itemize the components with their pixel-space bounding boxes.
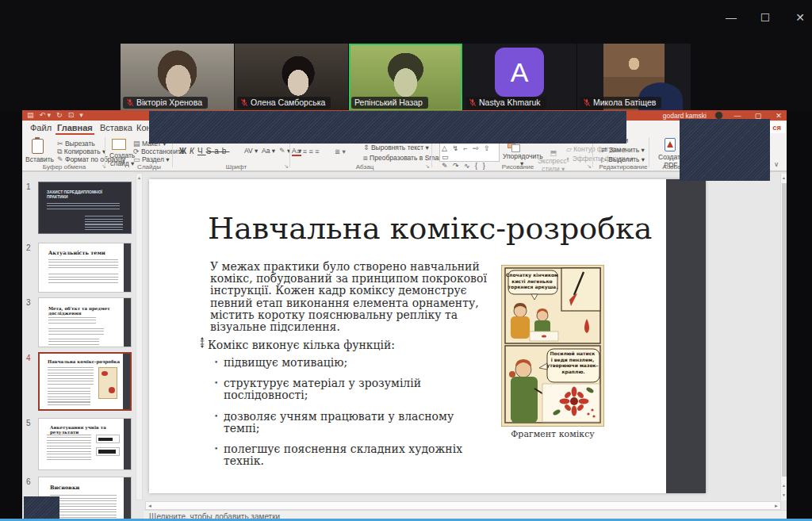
character-spacing-button[interactable]: AV ▾ bbox=[244, 147, 258, 155]
participant-tile[interactable]: Вікторія Хренова bbox=[121, 44, 234, 111]
layout-icon: ▤ bbox=[133, 140, 140, 147]
participant-tile[interactable]: Олена Самборська bbox=[235, 44, 348, 111]
group-label-slides: Слайды bbox=[125, 163, 173, 170]
font-dialog-launcher[interactable]: ↘ bbox=[284, 163, 289, 170]
slide-thumbnail-3[interactable]: Мета, об'єкт та предмет дослідження bbox=[38, 297, 132, 347]
shapes-gallery[interactable]: △ ↯ ⌐ ⇨ ⇧ ▭✎ ↷ ∿ { } ☆ bbox=[439, 143, 500, 162]
drawing-dialog-launcher[interactable]: ↘ bbox=[587, 163, 592, 170]
undo-icon[interactable]: ↶ ▾ bbox=[40, 110, 52, 121]
smartart-icon: ⧈ bbox=[363, 154, 368, 162]
strikethrough-button: S bbox=[206, 147, 215, 155]
participant-tile[interactable]: A Nastya Khmaruk bbox=[463, 44, 576, 111]
zoom-close-button[interactable]: ✕ bbox=[789, 8, 811, 27]
group-label-font: Шрифт bbox=[213, 163, 260, 170]
scroll-right-arrow[interactable]: ► bbox=[774, 503, 779, 510]
reset-icon: ⟳ bbox=[133, 147, 140, 155]
slide-thumbnail-2[interactable]: Актуальність теми bbox=[38, 243, 132, 293]
scissors-icon: ✂ bbox=[57, 140, 63, 147]
zoom-maximize-button[interactable]: ☐ bbox=[754, 8, 776, 27]
powerpoint-window: ▤ ↶ ▾ ↻ ⊡ ▾ godard kamski — ▢ ✕ Файл Гла… bbox=[22, 110, 787, 521]
participant-tile[interactable]: Микола Батіщев bbox=[577, 44, 691, 111]
participant-name-tag: Nastya Khmaruk bbox=[465, 97, 546, 109]
slide-number: 1 bbox=[26, 182, 31, 191]
create-pdf-icon[interactable] bbox=[665, 138, 676, 151]
collapse-ribbon-chevron[interactable]: ∨ bbox=[774, 160, 779, 168]
change-case-button[interactable]: Aa ▾ bbox=[262, 147, 275, 155]
muted-mic-icon bbox=[126, 98, 134, 107]
paste-icon[interactable] bbox=[32, 139, 44, 154]
select-icon: ▷ bbox=[601, 155, 607, 163]
zoom-minimize-button[interactable]: — bbox=[720, 8, 742, 27]
section-button[interactable]: ▭ Раздел ▾ bbox=[133, 155, 170, 163]
thumbnail-chart-image bbox=[96, 447, 120, 456]
participant-tile-active-speaker[interactable]: Репінський Назар bbox=[349, 44, 462, 111]
ppt-restore-button[interactable]: ▢ bbox=[752, 112, 764, 120]
bullet-item: підвищує мотивацію; bbox=[214, 357, 490, 369]
horizontal-scrollbar[interactable]: ◄ ► bbox=[145, 501, 781, 510]
zoom-meeting-window: — ☐ ✕ Вікторія Хренова Олена Самборська … bbox=[0, 0, 812, 521]
alignment-buttons[interactable]: ≡ ≡ ≡ ≡ bbox=[297, 147, 320, 155]
slide-thumbnail-4-selected[interactable]: Навчальна комікс-розробка bbox=[38, 352, 132, 411]
svg-text:Спочатку кінчиком: Спочатку кінчиком кисті легенько торкнис… bbox=[506, 272, 560, 290]
align-text-button[interactable]: ⇕ Выровнять текст ▾ bbox=[363, 144, 429, 151]
tab-file[interactable]: Файл bbox=[29, 121, 53, 135]
participant-video-strip: Вікторія Хренова Олена Самборська Репінс… bbox=[121, 44, 691, 111]
select-button[interactable]: ▷ Выделить ▾ bbox=[601, 155, 645, 163]
cut-button[interactable]: ✂ Вырезать bbox=[57, 140, 95, 147]
privacy-overlay bbox=[24, 496, 59, 521]
participant-name: Репінський Назар bbox=[354, 98, 423, 107]
customize-qat-icon[interactable]: ▾ bbox=[79, 110, 83, 121]
text-cursor-icon bbox=[198, 336, 206, 349]
scroll-up-arrow[interactable]: ▲ bbox=[136, 175, 142, 180]
muted-mic-icon bbox=[240, 98, 248, 107]
previous-slide-button[interactable]: ▲ bbox=[782, 483, 786, 488]
slide-thumbnail-5[interactable]: Анкетування учнів та результати bbox=[38, 418, 132, 470]
thumbnail-panel-scrollbar[interactable]: ▲ bbox=[136, 173, 143, 500]
slide-number: 2 bbox=[26, 243, 31, 252]
paragraph-dialog-launcher[interactable]: ↘ bbox=[425, 163, 430, 170]
ppt-minimize-button[interactable]: — bbox=[731, 112, 744, 120]
redo-icon[interactable]: ↻ bbox=[56, 110, 63, 121]
paste-button[interactable]: Вставить bbox=[25, 155, 54, 163]
comic-caption: Фрагмент коміксу bbox=[501, 429, 604, 439]
save-icon[interactable]: ▤ bbox=[27, 110, 34, 121]
new-slide-icon[interactable] bbox=[112, 139, 126, 150]
slide-number: 3 bbox=[26, 298, 31, 307]
scroll-up-arrow[interactable]: ▲ bbox=[781, 175, 787, 180]
group-label-paragraph: Абзац bbox=[341, 163, 389, 170]
participant-name-tag: Репінський Назар bbox=[351, 97, 428, 109]
tab-insert[interactable]: Вставка bbox=[98, 121, 134, 135]
brush-icon: ✎ bbox=[57, 155, 63, 163]
scrollbar-thumb[interactable] bbox=[782, 183, 787, 477]
font-style-buttons[interactable]: ЖКЧSab bbox=[179, 147, 229, 155]
shape-outline-icon: ▱ bbox=[566, 145, 572, 153]
strikethrough-abc-button: ab bbox=[214, 147, 229, 155]
line-spacing-button[interactable]: ≣ ▾ bbox=[335, 147, 346, 155]
section-icon: ▭ bbox=[133, 155, 140, 163]
avatar: A bbox=[495, 48, 544, 97]
scroll-left-arrow[interactable]: ◄ bbox=[147, 503, 152, 510]
slide-number: 6 bbox=[26, 477, 31, 486]
main-vertical-scrollbar[interactable]: ▲ ▲ ▼ bbox=[780, 174, 787, 500]
slide-title: Навчальна комікс-розробка bbox=[208, 211, 652, 246]
bold-button: Ж bbox=[179, 147, 190, 155]
ppt-close-button[interactable]: ✕ bbox=[772, 112, 785, 120]
bullet-item: дозволяє учням працювати у власному темп… bbox=[214, 411, 490, 435]
slide-thumbnail-1[interactable]: ЗАХИСТ ПЕРЕДДИПЛОМНОЇ ПРАКТИКИ bbox=[38, 182, 132, 234]
tab-home[interactable]: Главная bbox=[56, 121, 94, 135]
quick-styles-icon: ⬒ bbox=[550, 149, 557, 157]
copy-icon: ⧉ bbox=[57, 147, 62, 155]
thumbnail-comic-image bbox=[98, 367, 117, 399]
slide-number-selected: 4 bbox=[26, 354, 31, 362]
next-slide-button[interactable]: ▼ bbox=[782, 492, 786, 497]
replace-button[interactable]: ⇄ Заменить ▾ bbox=[601, 146, 645, 154]
start-slideshow-icon[interactable]: ⊡ bbox=[68, 110, 75, 121]
shape-effects-icon: ◐ bbox=[566, 155, 570, 163]
slide-canvas[interactable]: Навчальна комікс-розробка У межах практи… bbox=[149, 179, 706, 493]
bullet-item: структурує матеріал у зрозумілій послідо… bbox=[214, 377, 490, 401]
participant-name: Микола Батіщев bbox=[593, 98, 656, 107]
replace-icon: ⇄ bbox=[601, 146, 607, 154]
reset-button[interactable]: ⟳ Восстановить bbox=[133, 147, 184, 155]
participant-name: Вікторія Хренова bbox=[136, 98, 202, 107]
slide-design-band bbox=[666, 179, 706, 493]
